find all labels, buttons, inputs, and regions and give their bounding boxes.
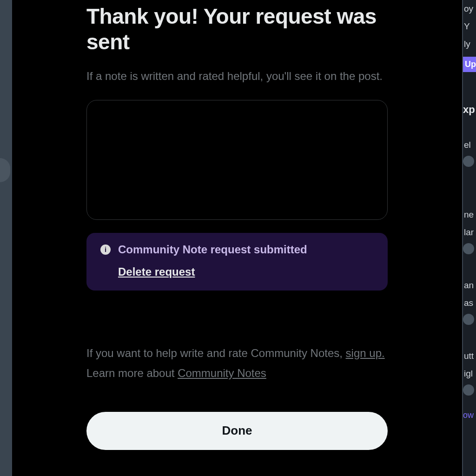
status-text: Community Note request submitted <box>118 243 374 256</box>
done-button[interactable]: Done <box>86 412 388 450</box>
background-left <box>0 0 11 476</box>
sign-up-link[interactable]: sign up. <box>346 347 385 359</box>
avatar-icon <box>463 243 474 254</box>
bg-text: igl <box>463 365 476 383</box>
community-notes-link[interactable]: Community Notes <box>178 367 266 379</box>
bg-heading: xp <box>463 95 476 118</box>
bg-text: ly <box>463 35 476 53</box>
delete-request-link[interactable]: Delete request <box>118 265 195 278</box>
info-icon: i <box>100 245 111 255</box>
bg-text: utt <box>463 347 476 365</box>
modal-title: Thank you! Your request was sent <box>86 4 388 55</box>
bg-text: el <box>463 136 476 154</box>
modal-subtitle: If a note is written and rated helpful, … <box>86 69 388 84</box>
avatar-icon <box>463 156 474 167</box>
avatar-icon <box>463 384 474 396</box>
learn-more-text: Learn more about Community Notes <box>86 365 388 381</box>
learn-prefix: Learn more about <box>86 367 178 379</box>
bg-text: as <box>463 294 476 312</box>
bg-text: ne <box>463 206 476 224</box>
status-box: i Community Note request submitted Delet… <box>86 233 388 291</box>
help-prefix: If you want to help write and rate Commu… <box>86 347 346 359</box>
confirmation-modal: Thank you! Your request was sent If a no… <box>12 0 462 476</box>
status-content: Community Note request submitted Delete … <box>118 243 374 278</box>
bg-text: lar <box>463 224 476 241</box>
bg-text: an <box>463 277 476 294</box>
help-text: If you want to help write and rate Commu… <box>86 345 388 361</box>
bg-text: Y <box>463 18 476 35</box>
avatar-icon <box>463 314 474 325</box>
bg-upgrade-button[interactable]: Up <box>463 57 476 72</box>
bg-show-more-link[interactable]: ow <box>463 397 476 420</box>
bg-text: oy <box>463 0 476 18</box>
background-right-panel: oy Y ly Up xp el ne lar an as utt igl ow <box>463 0 476 476</box>
post-preview-box <box>86 100 388 220</box>
